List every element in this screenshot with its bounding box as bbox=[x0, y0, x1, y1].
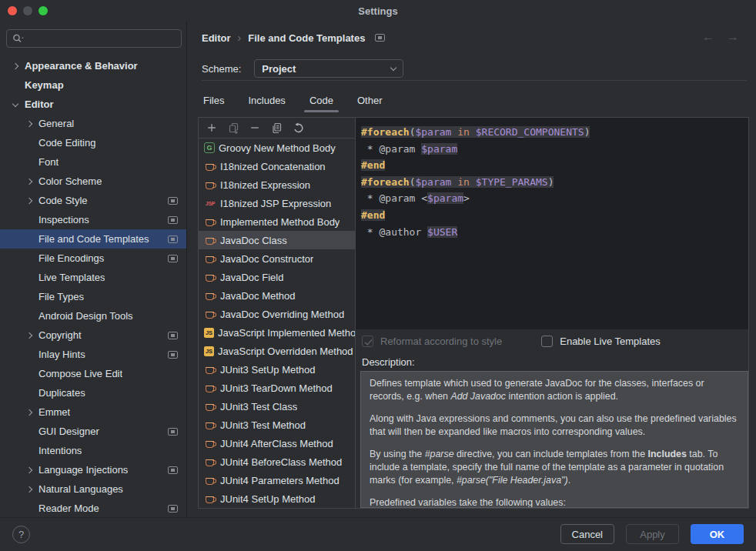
minimize-button[interactable] bbox=[23, 6, 32, 15]
template-item-label: JavaDoc Class bbox=[220, 235, 287, 246]
template-editor[interactable]: #foreach($param in $RECORD_COMPONENTS) *… bbox=[356, 118, 748, 329]
java-cup-icon bbox=[204, 456, 216, 468]
scheme-select[interactable]: Project bbox=[254, 59, 403, 78]
template-list: GGroovy New Method BodyI18nized Concaten… bbox=[199, 139, 355, 508]
chevron-right-icon[interactable] bbox=[26, 466, 32, 473]
sidebar-item-compose-live-edit[interactable]: Compose Live Edit bbox=[0, 364, 186, 383]
copy-icon[interactable] bbox=[270, 122, 283, 134]
code-line: #end bbox=[361, 157, 748, 174]
template-item-i18nized-concatenation[interactable]: I18nized Concatenation bbox=[199, 157, 355, 175]
sidebar-item-inspections[interactable]: Inspections bbox=[0, 210, 186, 229]
template-item-junit3-setup-method[interactable]: JUnit3 SetUp Method bbox=[199, 360, 355, 379]
tab-code[interactable]: Code bbox=[308, 88, 335, 112]
reformat-checkbox[interactable]: Reformat according to style bbox=[362, 336, 502, 347]
template-item-i18nized-jsp-expression[interactable]: JSPI18nized JSP Expression bbox=[199, 194, 355, 212]
sidebar-item-code-editing[interactable]: Code Editing bbox=[0, 133, 186, 152]
close-button[interactable] bbox=[8, 6, 17, 15]
chevron-right-icon[interactable] bbox=[26, 120, 32, 126]
sidebar-item-natural-languages[interactable]: Natural Languages bbox=[0, 479, 186, 499]
chevron-down-icon[interactable] bbox=[12, 100, 18, 106]
template-item-javadoc-class[interactable]: JavaDoc Class bbox=[199, 231, 355, 249]
back-arrow-icon[interactable]: ← bbox=[702, 30, 714, 44]
reset-to-default-icon[interactable] bbox=[292, 122, 304, 134]
template-item-junit4-beforeclass-method[interactable]: JUnit4 BeforeClass Method bbox=[199, 452, 355, 471]
sidebar-item-label: Reader Mode bbox=[38, 503, 99, 514]
copy-template-icon[interactable] bbox=[227, 122, 239, 134]
remove-template-icon[interactable] bbox=[249, 122, 261, 134]
template-item-label: I18nized Expression bbox=[220, 179, 310, 191]
breadcrumb-page: File and Code Templates bbox=[248, 32, 365, 44]
cancel-button[interactable]: Cancel bbox=[560, 524, 614, 544]
template-item-implemented-method-body[interactable]: Implemented Method Body bbox=[199, 212, 355, 231]
sidebar-item-file-types[interactable]: File Types bbox=[0, 287, 186, 306]
sidebar-item-label: Font bbox=[38, 156, 59, 168]
ok-button[interactable]: OK bbox=[691, 524, 744, 544]
sidebar-item-general[interactable]: General bbox=[0, 114, 186, 133]
tab-includes[interactable]: Includes bbox=[246, 88, 286, 112]
template-item-junit4-setup-method[interactable]: JUnit4 SetUp Method bbox=[199, 489, 355, 508]
template-item-javadoc-method[interactable]: JavaDoc Method bbox=[199, 286, 355, 305]
breadcrumb-editor[interactable]: Editor bbox=[202, 32, 231, 44]
template-item-label: JUnit4 SetUp Method bbox=[220, 493, 316, 505]
chevron-right-icon[interactable] bbox=[26, 178, 32, 184]
template-item-javadoc-overriding-method[interactable]: JavaDoc Overriding Method bbox=[199, 305, 355, 323]
help-button[interactable]: ? bbox=[12, 526, 30, 543]
code-line: * @param $param bbox=[361, 141, 748, 158]
tab-files[interactable]: Files bbox=[202, 88, 226, 112]
template-item-junit3-test-class[interactable]: JUnit3 Test Class bbox=[199, 397, 355, 416]
template-item-junit3-test-method[interactable]: JUnit3 Test Method bbox=[199, 416, 355, 434]
sidebar-item-label: File Encodings bbox=[38, 252, 104, 264]
template-item-javascript-implemented-method[interactable]: JSJavaScript Implemented Method bbox=[199, 323, 355, 342]
tab-other[interactable]: Other bbox=[356, 88, 384, 112]
template-item-junit3-teardown-method[interactable]: JUnit3 TearDown Method bbox=[199, 379, 355, 397]
sidebar-item-file-and-code-templates[interactable]: File and Code Templates bbox=[0, 229, 186, 249]
template-item-i18nized-expression[interactable]: I18nized Expression bbox=[199, 175, 355, 194]
chevron-right-icon[interactable] bbox=[26, 197, 32, 203]
sidebar-item-color-scheme[interactable]: Color Scheme bbox=[0, 172, 186, 191]
template-item-label: JavaScript Implemented Method bbox=[218, 327, 355, 339]
sidebar-item-duplicates[interactable]: Duplicates bbox=[0, 383, 186, 402]
forward-arrow-icon[interactable]: → bbox=[727, 30, 739, 44]
description-paragraph: Predefined variables take the following … bbox=[370, 496, 739, 508]
template-item-javascript-overridden-method[interactable]: JSJavaScript Overridden Method bbox=[199, 342, 355, 360]
sidebar-item-label: Keymap bbox=[25, 79, 64, 91]
per-project-settings-icon bbox=[168, 466, 178, 474]
sidebar-item-emmet[interactable]: Emmet bbox=[0, 402, 186, 422]
sidebar-item-appearance-behavior[interactable]: Appearance & Behavior bbox=[0, 56, 186, 75]
template-item-groovy-new-method-body[interactable]: GGroovy New Method Body bbox=[199, 139, 355, 157]
java-cup-icon bbox=[204, 234, 216, 246]
sidebar-item-inlay-hints[interactable]: Inlay Hints bbox=[0, 345, 186, 364]
sidebar-item-live-templates[interactable]: Live Templates bbox=[0, 268, 186, 287]
sidebar-item-label: Code Editing bbox=[38, 137, 95, 149]
template-item-javadoc-constructor[interactable]: JavaDoc Constructor bbox=[199, 249, 355, 268]
sidebar-item-gui-designer[interactable]: GUI Designer bbox=[0, 422, 186, 441]
code-line: #end bbox=[361, 207, 748, 224]
sidebar-item-label: Duplicates bbox=[38, 387, 85, 399]
template-item-junit4-parameters-method[interactable]: JUnit4 Parameters Method bbox=[199, 471, 355, 489]
apply-button[interactable]: Apply bbox=[626, 524, 679, 544]
template-item-junit4-afterclass-method[interactable]: JUnit4 AfterClass Method bbox=[199, 434, 355, 452]
chevron-right-icon[interactable] bbox=[26, 409, 32, 415]
sidebar-item-intentions[interactable]: Intentions bbox=[0, 441, 186, 460]
sidebar-item-android-design-tools[interactable]: Android Design Tools bbox=[0, 306, 186, 326]
zoom-button[interactable] bbox=[38, 6, 48, 15]
add-template-icon[interactable] bbox=[206, 122, 218, 134]
sidebar-item-file-encodings[interactable]: File Encodings bbox=[0, 249, 186, 268]
template-item-label: JUnit3 Test Method bbox=[220, 419, 306, 431]
chevron-right-icon[interactable] bbox=[26, 332, 32, 338]
sidebar-item-editor[interactable]: Editor bbox=[0, 95, 186, 114]
sidebar-item-code-style[interactable]: Code Style bbox=[0, 191, 186, 210]
java-cup-icon bbox=[204, 493, 216, 505]
sidebar-item-font[interactable]: Font bbox=[0, 152, 186, 172]
settings-search-input[interactable] bbox=[25, 32, 176, 45]
settings-search[interactable] bbox=[6, 29, 182, 48]
sidebar-item-language-injections[interactable]: Language Injections bbox=[0, 460, 186, 479]
sidebar-item-copyright[interactable]: Copyright bbox=[0, 326, 186, 345]
template-item-javadoc-field[interactable]: JavaDoc Field bbox=[199, 268, 355, 286]
sidebar-item-keymap[interactable]: Keymap bbox=[0, 75, 186, 95]
chevron-right-icon[interactable] bbox=[12, 62, 18, 68]
chevron-down-icon bbox=[390, 65, 396, 71]
sidebar-item-reader-mode[interactable]: Reader Mode bbox=[0, 499, 186, 517]
enable-live-templates-checkbox[interactable]: Enable Live Templates bbox=[541, 336, 661, 347]
chevron-right-icon[interactable] bbox=[26, 486, 32, 492]
